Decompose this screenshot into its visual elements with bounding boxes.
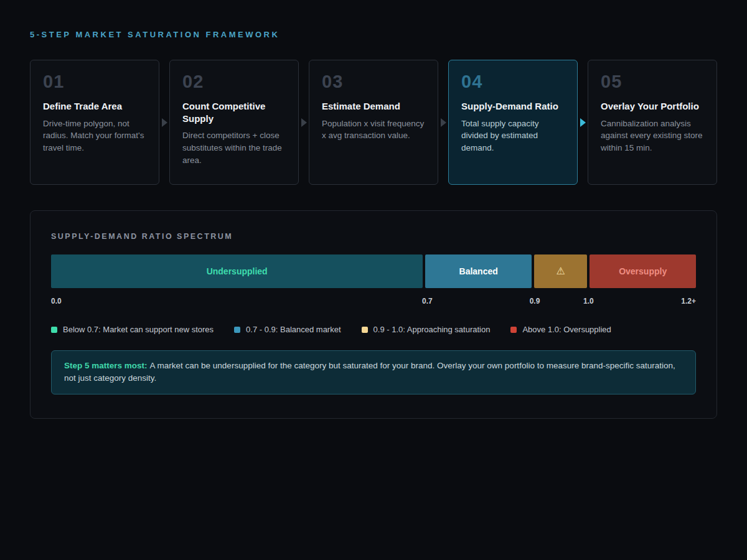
axis-tick: 0.7 [422,297,433,306]
step-card-04-active[interactable]: 04 Supply-Demand Ratio Total supply capa… [448,60,578,185]
step-title: Define Trade Area [43,100,146,113]
page-title: 5-STEP MARKET SATURATION FRAMEWORK [30,30,717,39]
spectrum-header: SUPPLY-DEMAND RATIO SPECTRUM [51,232,696,241]
spectrum-bar: UndersuppliedBalanced⚠Oversupply [51,254,696,288]
step-title: Overlay Your Portfolio [601,100,704,113]
spectrum-segment-oversupply: Oversupply [590,254,696,288]
step-number: 04 [461,73,565,91]
spectrum-panel: SUPPLY-DEMAND RATIO SPECTRUM Undersuppli… [30,210,717,419]
arrow-right-icon-active [580,118,586,127]
step-separator [578,60,588,185]
legend-label: Above 1.0: Oversupplied [522,325,611,334]
legend-swatch [234,327,240,333]
step-card-05[interactable]: 05 Overlay Your Portfolio Cannibalizatio… [588,60,717,185]
warning-icon: ⚠ [556,266,565,276]
spectrum-segment-undersupplied: Undersupplied [51,254,423,288]
legend-label: Below 0.7: Market can support new stores [63,325,214,334]
axis-tick: 0.0 [51,297,62,306]
step-separator [159,60,169,185]
callout-strong: Step 5 matters most: [64,361,148,370]
page: 5-STEP MARKET SATURATION FRAMEWORK 01 De… [0,0,747,449]
axis-tick: 1.0 [583,297,594,306]
step-title: Estimate Demand [322,100,425,113]
step-card-01[interactable]: 01 Define Trade Area Drive-time polygon,… [30,60,159,185]
steps-row: 01 Define Trade Area Drive-time polygon,… [30,60,717,185]
legend-swatch [51,327,57,333]
axis-tick: 0.9 [530,297,540,306]
step-number: 03 [322,73,425,91]
step-description: Total supply capacity divided by estimat… [461,118,565,155]
spectrum-axis: 0.00.70.91.01.2+ [51,297,696,306]
step-separator [299,60,309,185]
arrow-right-icon [301,118,307,127]
legend-item: 0.9 - 1.0: Approaching saturation [362,325,491,334]
legend-item: Above 1.0: Oversupplied [510,325,611,334]
callout-text: A market can be undersupplied for the ca… [64,361,675,383]
legend-item: Below 0.7: Market can support new stores [51,325,214,334]
step-description: Cannibalization analysis against every e… [601,118,704,155]
arrow-right-icon [162,118,167,127]
step-number: 05 [601,73,704,91]
legend-item: 0.7 - 0.9: Balanced market [234,325,341,334]
step-separator [438,60,448,185]
spectrum-segment-balanced: Balanced [425,254,532,288]
step-card-03[interactable]: 03 Estimate Demand Population x visit fr… [309,60,438,185]
step-number: 02 [182,73,286,91]
step-number: 01 [43,73,146,91]
arrow-right-icon [441,118,446,127]
step-description: Population x visit frequency x avg trans… [322,118,425,142]
axis-tick: 1.2+ [681,297,696,306]
spectrum-legend: Below 0.7: Market can support new stores… [51,325,696,334]
legend-swatch [510,327,517,333]
spectrum-segment-warning: ⚠ [534,254,587,288]
step-title: Count Competitive Supply [182,100,286,124]
step-description: Direct competitors + close substitutes w… [182,129,286,167]
legend-label: 0.7 - 0.9: Balanced market [246,325,341,334]
step-title: Supply-Demand Ratio [461,100,565,113]
legend-swatch [362,327,368,333]
callout-note: Step 5 matters most:A market can be unde… [51,350,696,394]
step-description: Drive-time polygon, not radius. Match yo… [43,118,146,155]
step-card-02[interactable]: 02 Count Competitive Supply Direct compe… [169,60,299,185]
legend-label: 0.9 - 1.0: Approaching saturation [374,325,491,334]
